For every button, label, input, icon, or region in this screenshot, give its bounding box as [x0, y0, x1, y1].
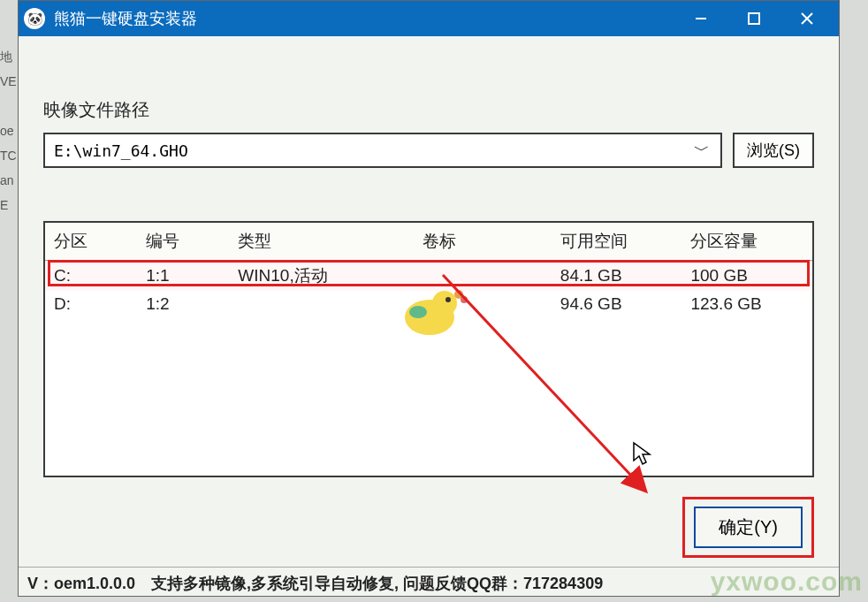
- table-header-row: 分区 编号 类型 卷标 可用空间 分区容量: [45, 223, 812, 261]
- col-capacity[interactable]: 分区容量: [681, 223, 812, 261]
- cell-number: 1:2: [137, 291, 229, 317]
- table-row[interactable]: D: 1:2 94.6 GB 123.6 GB: [45, 291, 812, 317]
- cell-label: [414, 261, 552, 292]
- minimize-icon: [695, 12, 707, 25]
- cell-capacity: 123.6 GB: [681, 291, 812, 317]
- close-button[interactable]: [780, 1, 834, 36]
- cell-number: 1:1: [137, 261, 229, 292]
- svg-rect-1: [749, 13, 759, 24]
- image-path-combobox[interactable]: E:\win7_64.GHO ﹀: [43, 133, 722, 168]
- browse-button[interactable]: 浏览(S): [733, 133, 814, 168]
- table-row[interactable]: C: 1:1 WIN10,活动 84.1 GB 100 GB: [45, 261, 812, 292]
- image-path-value: E:\win7_64.GHO: [54, 141, 689, 160]
- annotation-ok-highlight: 确定(Y): [682, 497, 814, 558]
- cell-free: 84.1 GB: [552, 261, 682, 292]
- col-type[interactable]: 类型: [229, 223, 413, 261]
- cell-partition: D:: [45, 291, 137, 317]
- window-title: 熊猫一键硬盘安装器: [54, 8, 674, 29]
- col-partition[interactable]: 分区: [45, 223, 137, 261]
- cell-type: [229, 291, 413, 317]
- partition-table: 分区 编号 类型 卷标 可用空间 分区容量 C: 1:1 WIN10,活动 8: [45, 223, 812, 317]
- chevron-down-icon[interactable]: ﹀: [689, 140, 715, 161]
- window-body: 映像文件路径 E:\win7_64.GHO ﹀ 浏览(S) 分区 编号 类型 卷…: [19, 36, 839, 567]
- partition-table-container: 分区 编号 类型 卷标 可用空间 分区容量 C: 1:1 WIN10,活动 8: [43, 221, 814, 477]
- cell-free: 94.6 GB: [552, 291, 682, 317]
- cell-partition: C:: [45, 261, 137, 292]
- version-text: V：oem1.0.0.0: [27, 573, 135, 594]
- maximize-button[interactable]: [727, 1, 780, 36]
- titlebar: 🐼 熊猫一键硬盘安装器: [19, 1, 839, 36]
- image-path-row: E:\win7_64.GHO ﹀ 浏览(S): [43, 133, 814, 168]
- actions-row: 确定(Y): [43, 497, 814, 558]
- col-number[interactable]: 编号: [137, 223, 229, 261]
- ok-button[interactable]: 确定(Y): [694, 507, 803, 548]
- app-icon: 🐼: [24, 8, 45, 29]
- cell-capacity: 100 GB: [681, 261, 812, 292]
- titlebar-controls: [674, 1, 834, 36]
- col-free[interactable]: 可用空间: [552, 223, 682, 261]
- image-path-label: 映像文件路径: [43, 98, 814, 122]
- app-window: 🐼 熊猫一键硬盘安装器 映像文件路径 E:\win7_64.GHO ﹀ 浏览(S…: [18, 0, 840, 597]
- minimize-button[interactable]: [674, 1, 727, 36]
- cell-label: [414, 291, 552, 317]
- maximize-icon: [748, 12, 760, 25]
- col-label[interactable]: 卷标: [414, 223, 552, 261]
- site-watermark: yxwoo.com: [711, 567, 863, 597]
- background-left-edge: 地VEoeTCanE: [0, 0, 18, 601]
- close-icon: [801, 12, 813, 25]
- cell-type: WIN10,活动: [229, 261, 413, 292]
